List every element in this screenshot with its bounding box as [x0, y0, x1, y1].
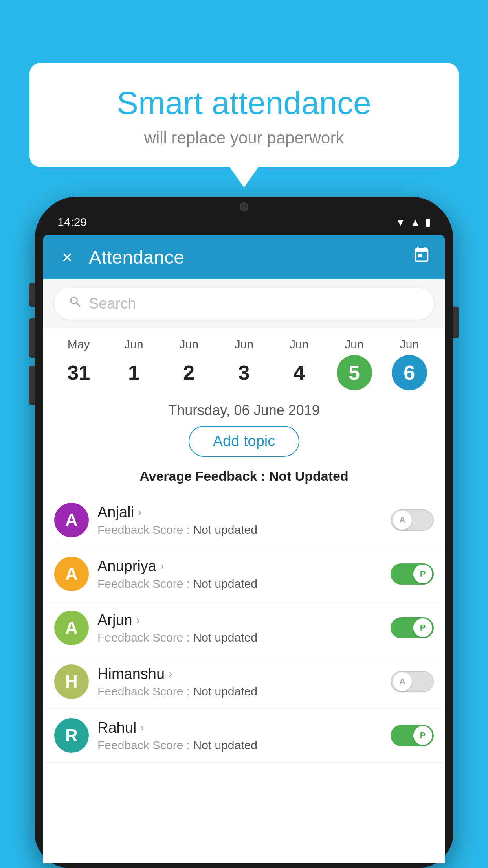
cal-num-4[interactable]: 4: [281, 355, 317, 390]
notch: [218, 197, 270, 217]
attendance-toggle-1[interactable]: P: [391, 563, 434, 585]
search-input[interactable]: Search: [89, 295, 136, 312]
attendance-toggle-4[interactable]: P: [391, 725, 434, 746]
calendar-icon[interactable]: [413, 246, 431, 268]
attendance-toggle-0[interactable]: A: [391, 509, 434, 531]
calendar-day-4[interactable]: Jun4: [275, 338, 323, 390]
toggle-knob-3: A: [393, 672, 412, 691]
calendar-day-0[interactable]: May31: [55, 338, 102, 390]
student-name-2: Arjun ›: [97, 612, 382, 629]
toggle-wrap-2[interactable]: P: [391, 617, 434, 638]
cal-month-3: Jun: [235, 338, 253, 351]
date-label: Thursday, 06 June 2019: [43, 394, 445, 424]
feedback-score-1: Feedback Score : Not updated: [97, 577, 382, 590]
calendar-day-1[interactable]: Jun1: [110, 338, 157, 390]
speech-title: Smart attendance: [53, 85, 435, 121]
toggle-wrap-4[interactable]: P: [391, 725, 434, 746]
student-item-0[interactable]: AAnjali ›Feedback Score : Not updatedA: [43, 493, 445, 547]
cal-month-6: Jun: [400, 338, 419, 351]
chevron-icon-4: ›: [140, 721, 144, 734]
header-title: Attendance: [89, 246, 401, 268]
search-icon: [68, 295, 83, 313]
student-info-2: Arjun ›Feedback Score : Not updated: [97, 612, 382, 644]
calendar-day-5[interactable]: Jun5: [331, 338, 378, 390]
cal-month-1: Jun: [124, 338, 143, 351]
wifi-icon: ▼: [396, 216, 406, 228]
feedback-score-2: Feedback Score : Not updated: [97, 631, 382, 644]
student-info-0: Anjali ›Feedback Score : Not updated: [97, 504, 382, 537]
cal-num-1[interactable]: 1: [116, 355, 151, 390]
student-item-3[interactable]: HHimanshu ›Feedback Score : Not updatedA: [43, 655, 445, 709]
add-topic-wrap: Add topic: [43, 424, 445, 465]
toggle-wrap-0[interactable]: A: [391, 509, 434, 531]
chevron-icon-1: ›: [160, 560, 164, 572]
cal-num-2[interactable]: 2: [171, 355, 207, 390]
feedback-score-3: Feedback Score : Not updated: [97, 685, 382, 698]
student-name-3: Himanshu ›: [97, 666, 382, 682]
cal-month-4: Jun: [290, 338, 308, 351]
student-info-1: Anupriya ›Feedback Score : Not updated: [97, 558, 382, 590]
student-name-1: Anupriya ›: [97, 558, 382, 575]
speech-subtitle: will replace your paperwork: [53, 129, 435, 147]
avg-feedback-value: Not Updated: [269, 469, 349, 484]
chevron-icon-0: ›: [138, 506, 141, 519]
close-button[interactable]: ×: [57, 246, 77, 268]
cal-month-5: Jun: [345, 338, 363, 351]
signal-icon: ▲: [410, 216, 420, 228]
avg-feedback-label: Average Feedback :: [139, 469, 269, 484]
cal-num-3[interactable]: 3: [226, 355, 262, 390]
calendar-day-3[interactable]: Jun3: [220, 338, 268, 390]
toggle-knob-0: A: [393, 511, 412, 530]
avatar-0: A: [54, 503, 89, 537]
student-list: AAnjali ›Feedback Score : Not updatedAAA…: [43, 493, 445, 763]
calendar-day-6[interactable]: Jun6: [386, 338, 433, 390]
add-topic-button[interactable]: Add topic: [189, 426, 299, 457]
phone-screen: × Attendance Search May31Jun1Jun2Jun3Jun: [43, 235, 445, 863]
status-bar: 14:29 ▼ ▲ ▮: [43, 208, 445, 229]
student-name-4: Rahul ›: [97, 719, 382, 736]
chevron-icon-3: ›: [169, 668, 172, 680]
status-time: 14:29: [57, 215, 87, 229]
avatar-1: A: [54, 557, 89, 591]
avatar-3: H: [54, 664, 89, 699]
chevron-icon-2: ›: [136, 614, 140, 626]
avg-feedback: Average Feedback : Not Updated: [43, 465, 445, 493]
student-item-1[interactable]: AAnupriya ›Feedback Score : Not updatedP: [43, 547, 445, 601]
volume-down-button: [29, 366, 35, 405]
feedback-score-0: Feedback Score : Not updated: [97, 523, 382, 537]
cal-month-2: Jun: [180, 338, 198, 351]
cal-num-5[interactable]: 5: [337, 355, 372, 390]
toggle-knob-1: P: [413, 565, 432, 583]
student-item-2[interactable]: AArjun ›Feedback Score : Not updatedP: [43, 601, 445, 655]
phone-mockup: 14:29 ▼ ▲ ▮ × Attendance: [35, 197, 453, 868]
status-icons: ▼ ▲ ▮: [396, 216, 431, 228]
cal-num-0[interactable]: 31: [61, 355, 96, 390]
calendar-strip: May31Jun1Jun2Jun3Jun4Jun5Jun6: [43, 328, 445, 394]
toggle-knob-2: P: [413, 618, 432, 637]
student-name-0: Anjali ›: [97, 504, 382, 521]
search-bar: Search: [43, 279, 445, 328]
student-info-3: Himanshu ›Feedback Score : Not updated: [97, 666, 382, 698]
search-input-wrap[interactable]: Search: [54, 288, 434, 320]
attendance-toggle-3[interactable]: A: [391, 671, 434, 692]
app-header: × Attendance: [43, 235, 445, 279]
cal-month-0: May: [68, 338, 90, 351]
toggle-knob-4: P: [413, 726, 432, 745]
mute-button: [29, 283, 35, 307]
volume-up-button: [29, 318, 35, 358]
camera: [240, 202, 248, 211]
toggle-wrap-1[interactable]: P: [391, 563, 434, 585]
feedback-score-4: Feedback Score : Not updated: [97, 739, 382, 752]
avatar-2: A: [54, 611, 89, 645]
battery-icon: ▮: [425, 216, 431, 228]
toggle-wrap-3[interactable]: A: [391, 671, 434, 692]
power-button: [453, 307, 459, 338]
calendar-day-2[interactable]: Jun2: [165, 338, 213, 390]
cal-num-6[interactable]: 6: [392, 355, 427, 390]
student-item-4[interactable]: RRahul ›Feedback Score : Not updatedP: [43, 709, 445, 763]
speech-bubble: Smart attendance will replace your paper…: [29, 63, 459, 167]
attendance-toggle-2[interactable]: P: [391, 617, 434, 638]
student-info-4: Rahul ›Feedback Score : Not updated: [97, 719, 382, 752]
avatar-4: R: [54, 718, 89, 753]
